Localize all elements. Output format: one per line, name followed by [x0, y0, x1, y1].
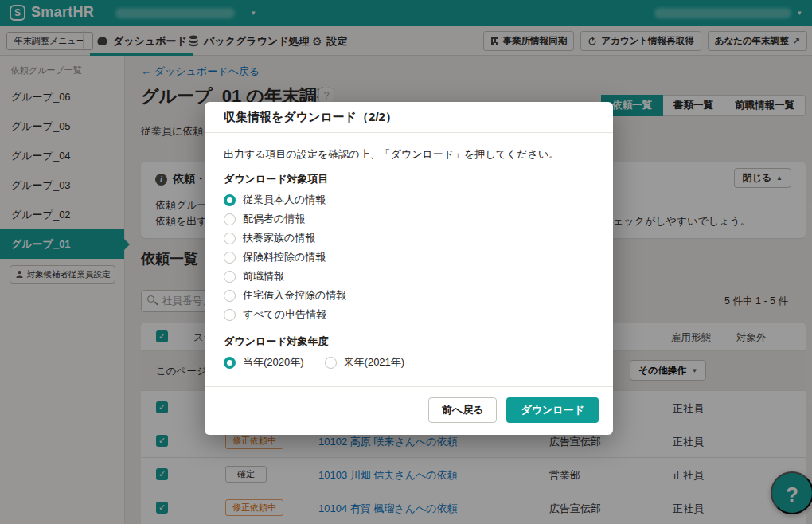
radio-icon	[224, 309, 236, 321]
radio-icon	[224, 194, 236, 206]
radio-icon	[224, 252, 236, 264]
modal-description: 出力する項目の設定を確認の上、「ダウンロード」を押してください。	[224, 147, 594, 162]
radio-label: 配偶者の情報	[243, 212, 305, 226]
radio-icon	[224, 271, 236, 283]
radio-option[interactable]: 住宅借入金控除の情報	[224, 286, 594, 305]
radio-icon	[325, 357, 337, 369]
radio-label: 来年(2021年)	[344, 355, 405, 370]
radio-option[interactable]: 扶養家族の情報	[224, 229, 594, 248]
download-year-heading: ダウンロード対象年度	[224, 334, 594, 349]
download-year-radio-group: 当年(2020年) 来年(2021年)	[224, 353, 594, 372]
modal-footer: 前へ戻る ダウンロード	[205, 386, 613, 435]
radio-label: 従業員本人の情報	[243, 193, 326, 207]
radio-option[interactable]: 保険料控除の情報	[224, 248, 594, 267]
radio-icon	[224, 233, 236, 244]
modal-title: 収集情報をダウンロード（2/2）	[205, 102, 613, 133]
smarthr-app: S SmartHR ▾ ▾ 年末調整メニュー ダッシュボード バックグラウンド処…	[0, 0, 812, 524]
radio-icon	[224, 213, 236, 225]
download-modal: 収集情報をダウンロード（2/2） 出力する項目の設定を確認の上、「ダウンロード」…	[205, 102, 613, 435]
radio-label: 前職情報	[243, 269, 284, 284]
radio-label: 住宅借入金控除の情報	[243, 288, 346, 303]
radio-option[interactable]: 配偶者の情報	[224, 209, 594, 229]
radio-option[interactable]: 従業員本人の情報	[224, 190, 594, 209]
download-button[interactable]: ダウンロード	[506, 397, 599, 423]
modal-body: 出力する項目の設定を確認の上、「ダウンロード」を押してください。 ダウンロード対…	[205, 133, 613, 386]
back-button[interactable]: 前へ戻る	[428, 397, 498, 423]
download-items-heading: ダウンロード対象項目	[224, 172, 594, 186]
radio-icon	[224, 290, 236, 302]
radio-label: 扶養家族の情報	[243, 231, 315, 245]
radio-label: すべての申告情報	[243, 307, 326, 322]
radio-option[interactable]: 前職情報	[224, 267, 594, 286]
radio-option[interactable]: 来年(2021年)	[325, 353, 405, 372]
radio-option[interactable]: すべての申告情報	[224, 305, 594, 324]
radio-label: 当年(2020年)	[243, 355, 304, 370]
radio-label: 保険料控除の情報	[243, 250, 326, 264]
download-items-radio-group: 従業員本人の情報 配偶者の情報 扶養家族の情報 保険料控除の情報 前職情報	[224, 190, 594, 324]
radio-icon	[224, 357, 236, 369]
radio-option[interactable]: 当年(2020年)	[224, 353, 304, 372]
